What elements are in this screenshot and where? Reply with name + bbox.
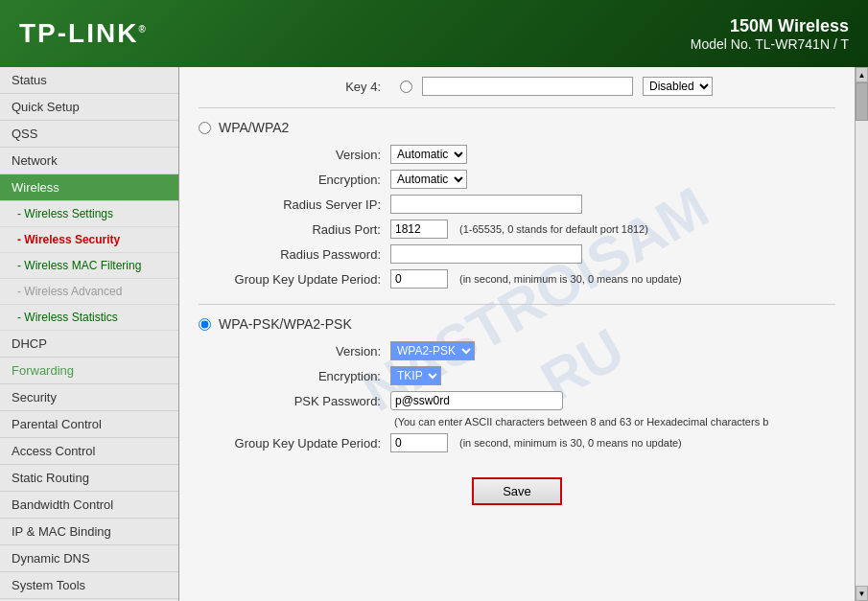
sidebar-item-forwarding[interactable]: Forwarding [0,358,178,384]
wpa-version-row: Version: Automatic [199,145,835,164]
psk-version-row: Version: WPA2-PSK [199,341,835,360]
radius-port-input[interactable] [390,220,448,239]
save-row: Save [199,468,835,505]
sidebar-item-dynamic-dns[interactable]: Dynamic DNS [0,545,178,572]
sidebar-item-qss[interactable]: QSS [0,121,178,148]
scroll-up-arrow[interactable]: ▲ [856,67,868,82]
wpa-version-select[interactable]: Automatic [390,145,467,164]
sidebar-item-parental-control[interactable]: Parental Control [0,411,178,438]
wpa-group-key-input[interactable] [390,269,448,289]
sidebar-item-status[interactable]: Status [0,67,178,94]
sidebar-item-wireless[interactable]: Wireless [0,174,178,201]
key4-select[interactable]: Disabled [643,77,713,96]
wpa-group-key-control: (in second, minimum is 30, 0 means no up… [390,269,682,289]
radius-port-row: Radius Port: (1-65535, 0 stands for defa… [199,220,835,239]
psk-group-key-note: (in second, minimum is 30, 0 means no up… [459,437,682,449]
radius-ip-label: Radius Server IP: [199,197,390,212]
sidebar-item-system-tools[interactable]: System Tools [0,572,178,599]
wpa-encryption-row: Encryption: Automatic [199,170,835,189]
sidebar-item-dhcp[interactable]: DHCP [0,331,178,358]
wpa-group-key-label: Group Key Update Period: [199,272,390,287]
main-layout: Status Quick Setup QSS Network Wireless … [0,67,868,601]
key4-label: Key 4: [199,80,390,94]
psk-password-input[interactable] [390,391,563,410]
sidebar-item-access-control[interactable]: Access Control [0,438,178,465]
form-section: Key 4: Disabled WPA/WPA2 Version: [199,77,835,505]
sidebar-item-ip-mac-binding[interactable]: IP & MAC Binding [0,519,178,545]
radius-port-label: Radius Port: [199,222,390,237]
psk-encryption-select[interactable]: TKIP [390,366,441,385]
scroll-thumb[interactable] [856,82,868,121]
sidebar-item-wireless-statistics[interactable]: - Wireless Statistics [0,305,178,331]
scroll-track [856,82,868,586]
divider-2 [199,304,835,305]
psk-version-select[interactable]: WPA2-PSK [390,341,475,360]
wpa-psk-section: WPA-PSK/WPA2-PSK Version: WPA2-PSK Encry… [199,316,835,452]
wpa-group-key-note: (in second, minimum is 30, 0 means no up… [459,273,682,285]
header: TP-LINK® 150M Wireless Model No. TL-WR74… [0,0,868,67]
psk-password-control [390,391,563,410]
sidebar-item-wireless-security[interactable]: - Wireless Security [0,227,178,253]
psk-note-row: (You can enter ASCII characters between … [199,416,835,428]
key4-row: Key 4: Disabled [199,77,835,96]
radius-password-label: Radius Password: [199,247,390,262]
sidebar-item-wireless-mac-filtering[interactable]: - Wireless MAC Filtering [0,253,178,279]
sidebar: Status Quick Setup QSS Network Wireless … [0,67,179,601]
key4-input[interactable] [422,77,633,96]
sidebar-item-wireless-advanced[interactable]: - Wireless Advanced [0,279,178,305]
wpa-psk-radio[interactable] [199,318,211,331]
key4-radio[interactable] [400,81,412,93]
logo: TP-LINK® [19,18,148,49]
wpa-group-key-row: Group Key Update Period: (in second, min… [199,269,835,289]
product-title: 150M Wireless [691,16,849,36]
psk-password-label: PSK Password: [199,394,390,408]
scroll-down-arrow[interactable]: ▼ [856,586,868,601]
save-button[interactable]: Save [472,477,562,505]
model-info: 150M Wireless Model No. TL-WR741N / T [691,16,849,52]
wpa-encryption-control: Automatic [390,170,467,189]
psk-group-key-label: Group Key Update Period: [199,436,390,451]
radius-port-control: (1-65535, 0 stands for default port 1812… [390,220,648,239]
radius-password-control [390,244,582,264]
psk-version-label: Version: [199,344,390,358]
wpa-version-control: Automatic [390,145,467,164]
psk-group-key-input[interactable] [390,433,448,452]
wpa-encryption-select[interactable]: Automatic [390,170,467,189]
psk-version-control: WPA2-PSK [390,341,475,360]
wpa-wpa2-label: WPA/WPA2 [219,120,289,135]
radius-ip-row: Radius Server IP: [199,195,835,214]
psk-group-key-control: (in second, minimum is 30, 0 means no up… [390,433,682,452]
wpa-encryption-label: Encryption: [199,173,390,187]
sidebar-item-security[interactable]: Security [0,384,178,411]
radius-port-note: (1-65535, 0 stands for default port 1812… [459,223,648,235]
divider-1 [199,107,835,108]
psk-note-control: (You can enter ASCII characters between … [390,416,768,428]
model-number: Model No. TL-WR741N / T [691,36,849,52]
wpa-wpa2-section: WPA/WPA2 Version: Automatic Encryption: … [199,120,835,289]
content-area: NASTROISAM.RU Key 4: Disabled WPA/WPA2 [179,67,855,601]
sidebar-item-quick-setup[interactable]: Quick Setup [0,94,178,121]
psk-encryption-control: TKIP [390,366,441,385]
radius-password-row: Radius Password: [199,244,835,264]
psk-encryption-row: Encryption: TKIP [199,366,835,385]
right-scrollbar: ▲ ▼ [855,67,868,601]
sidebar-item-wireless-settings[interactable]: - Wireless Settings [0,201,178,227]
radius-ip-control [390,195,582,214]
sidebar-item-network[interactable]: Network [0,148,178,174]
wpa-psk-label: WPA-PSK/WPA2-PSK [219,316,352,332]
psk-group-key-row: Group Key Update Period: (in second, min… [199,433,835,452]
psk-note: (You can enter ASCII characters between … [394,416,768,428]
sidebar-item-static-routing[interactable]: Static Routing [0,465,178,492]
psk-password-row: PSK Password: [199,391,835,410]
wpa-wpa2-radio[interactable] [199,122,211,134]
radius-ip-input[interactable] [390,195,582,214]
sidebar-item-bandwidth-control[interactable]: Bandwidth Control [0,492,178,519]
wpa-wpa2-header: WPA/WPA2 [199,120,835,135]
wpa-version-label: Version: [199,148,390,162]
psk-encryption-label: Encryption: [199,369,390,383]
radius-password-input[interactable] [390,244,582,264]
wpa-psk-header: WPA-PSK/WPA2-PSK [199,316,835,332]
